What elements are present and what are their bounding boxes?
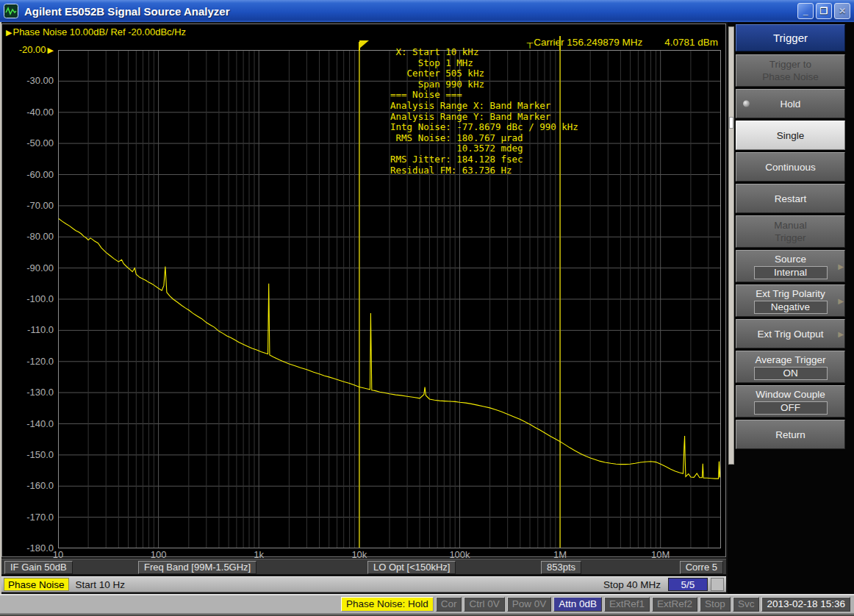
band-marker-start-pole bbox=[359, 42, 360, 51]
status-points: 853pts bbox=[541, 561, 581, 574]
y-tick-label: -60.00 bbox=[2, 169, 54, 180]
softkey-label: Single bbox=[777, 129, 805, 142]
softkey-label: Manual bbox=[774, 219, 806, 232]
radio-indicator-icon bbox=[743, 101, 750, 107]
trace-active-arrow-icon: ▶ bbox=[6, 28, 12, 37]
y-tick-label: -100.0 bbox=[2, 293, 54, 304]
y-tick-label: -150.0 bbox=[2, 449, 54, 460]
submenu-arrow-icon: ▶ bbox=[838, 295, 844, 307]
minimize-button[interactable]: _ bbox=[797, 3, 814, 19]
softkey-label: Average Trigger bbox=[756, 354, 826, 366]
status-lo-opt: LO Opt [<150kHz] bbox=[367, 561, 456, 574]
softkey-label: Window Couple bbox=[756, 388, 825, 401]
status-attenuator: Attn 0dB bbox=[553, 597, 602, 612]
softkey-label: Restart bbox=[775, 193, 807, 205]
softkey-label: Continuous bbox=[765, 161, 815, 173]
status-correction-indicator: Cor bbox=[436, 597, 462, 612]
softkey-label: Hold bbox=[781, 98, 801, 110]
status-dc-power-voltage: Pow 0V bbox=[507, 597, 552, 612]
measurement-bar: Phase Noise Start 10 Hz Stop 40 MHz 5/5 bbox=[1, 576, 726, 592]
measurement-mode-badge: Phase Noise bbox=[4, 578, 69, 591]
ref-level-arrow-icon: ▶ bbox=[48, 46, 54, 54]
phase-noise-chart bbox=[58, 50, 721, 548]
status-stop-indicator: Stop bbox=[700, 597, 731, 612]
hardware-status-bar: IF Gain 50dBFreq Band [99M-1.5GHz]LO Opt… bbox=[1, 559, 726, 575]
softkey-ext-trig-output[interactable]: Ext Trig Output▶ bbox=[736, 319, 845, 348]
app-icon bbox=[4, 3, 20, 19]
sweep-stop-label: Stop 40 MHz bbox=[603, 579, 661, 590]
softkey-label: Ext Trig Polarity bbox=[756, 287, 825, 300]
close-button: ✕ bbox=[834, 3, 850, 19]
softkey-restart[interactable]: Restart bbox=[736, 184, 845, 213]
trace-scale-readout: ▶Phase Noise 10.00dB/ Ref -20.00dBc/Hz bbox=[6, 26, 186, 37]
softkey-trigger-to-phase-noise: Trigger toPhase Noise bbox=[736, 54, 845, 87]
status-freq-band: Freq Band [99M-1.5GHz] bbox=[138, 561, 256, 574]
carrier-power: 4.0781 dBm bbox=[664, 37, 718, 48]
status-service-indicator: Svc bbox=[733, 597, 760, 612]
softkey-list: Trigger toPhase NoiseHoldSingleContinuou… bbox=[736, 54, 845, 451]
softkey-menu-title: Trigger bbox=[736, 24, 845, 51]
band-marker-stop-pole bbox=[559, 36, 561, 51]
status-ext-ref-2: ExtRef2 bbox=[652, 597, 697, 612]
softkey-value: Negative bbox=[754, 301, 828, 314]
status-datetime: 2013-02-18 15:36 bbox=[761, 597, 850, 612]
y-tick-label: -170.0 bbox=[2, 512, 54, 523]
sweep-start-label: Start 10 Hz bbox=[76, 579, 126, 590]
status-measurement-status: Phase Noise: Hold bbox=[341, 597, 434, 612]
restore-button[interactable]: ❐ bbox=[816, 3, 832, 19]
carrier-frequency: Carrier 156.249879 MHz bbox=[534, 37, 642, 48]
softkey-source[interactable]: SourceInternal▶ bbox=[736, 250, 845, 282]
status-if-gain: IF Gain 50dB bbox=[4, 561, 73, 574]
y-tick-label: -130.0 bbox=[2, 387, 54, 398]
trace-scale-label: Phase Noise 10.00dB/ Ref -20.00dBc/Hz bbox=[12, 26, 186, 37]
softkey-label: Ext Trig Output bbox=[757, 328, 823, 340]
softkey-label: Trigger to bbox=[769, 58, 811, 71]
y-tick-label: -140.0 bbox=[2, 418, 54, 429]
softkey-value: ON bbox=[754, 367, 828, 380]
page-indicator: 5/5 bbox=[668, 578, 708, 591]
softkey-scrollbar[interactable] bbox=[728, 26, 734, 465]
softkey-label-line2: Phase Noise bbox=[762, 71, 819, 83]
softkey-ext-trig-polarity[interactable]: Ext Trig PolarityNegative▶ bbox=[736, 284, 845, 317]
softkey-label-line2: Trigger bbox=[775, 232, 805, 244]
y-tick-label: -50.00 bbox=[2, 137, 54, 148]
y-ref-level-label: -20.00▶ bbox=[2, 44, 54, 55]
softkey-continuous[interactable]: Continuous bbox=[736, 152, 845, 182]
noise-analysis-readout: X: Start 10 kHz Stop 1 MHz Center 505 kH… bbox=[390, 47, 578, 176]
softkey-scrollbar-thumb[interactable] bbox=[729, 117, 733, 129]
submenu-arrow-icon: ▶ bbox=[838, 328, 844, 340]
phase-noise-plot-panel: ▶Phase Noise 10.00dB/ Ref -20.00dBc/Hz ┬… bbox=[1, 24, 726, 557]
status-ext-ref-1: ExtRef1 bbox=[604, 597, 650, 612]
submenu-arrow-icon: ▶ bbox=[838, 260, 844, 273]
titlebar: Agilent E5052B Signal Source Analyzer _❐… bbox=[0, 0, 854, 22]
softkey-manual-trigger: ManualTrigger bbox=[736, 215, 845, 248]
carrier-readout: ┬Carrier 156.249879 MHz4.0781 dBm bbox=[527, 37, 718, 48]
measurement-bar-stub bbox=[711, 578, 724, 591]
softkey-label: Return bbox=[775, 429, 805, 441]
softkey-single[interactable]: Single bbox=[736, 121, 845, 150]
window-title: Agilent E5052B Signal Source Analyzer bbox=[24, 5, 797, 18]
y-tick-label: -110.0 bbox=[2, 324, 54, 335]
status-correction: Corre 5 bbox=[680, 561, 723, 574]
softkey-sidebar: Trigger Trigger toPhase NoiseHoldSingleC… bbox=[728, 22, 854, 594]
y-tick-label: -70.00 bbox=[2, 200, 54, 211]
y-tick-label: -90.00 bbox=[2, 262, 54, 273]
softkey-average-trigger[interactable]: Average TriggerON bbox=[736, 351, 845, 383]
app-window: Agilent E5052B Signal Source Analyzer _❐… bbox=[0, 0, 854, 616]
softkey-window-couple[interactable]: Window CoupleOFF bbox=[736, 385, 845, 418]
band-marker-start-flag-icon[interactable] bbox=[359, 40, 369, 49]
window-controls: _❐✕ bbox=[797, 3, 850, 19]
softkey-value: OFF bbox=[754, 401, 828, 415]
softkey-label: Source bbox=[775, 253, 806, 265]
carrier-marker-icon: ┬ bbox=[527, 37, 534, 48]
softkey-value: Internal bbox=[754, 266, 828, 279]
instrument-status-bar: Phase Noise: HoldCorCtrl 0VPow 0VAttn 0d… bbox=[0, 594, 854, 615]
status-dc-control-voltage: Ctrl 0V bbox=[464, 597, 504, 612]
y-tick-label: -40.00 bbox=[2, 107, 54, 118]
softkey-hold[interactable]: Hold bbox=[736, 89, 845, 118]
softkey-return[interactable]: Return bbox=[736, 420, 845, 449]
y-tick-label: -160.0 bbox=[2, 480, 54, 491]
y-tick-label: -180.0 bbox=[2, 542, 54, 554]
y-tick-label: -30.00 bbox=[2, 75, 54, 86]
y-tick-label: -120.0 bbox=[2, 356, 54, 367]
